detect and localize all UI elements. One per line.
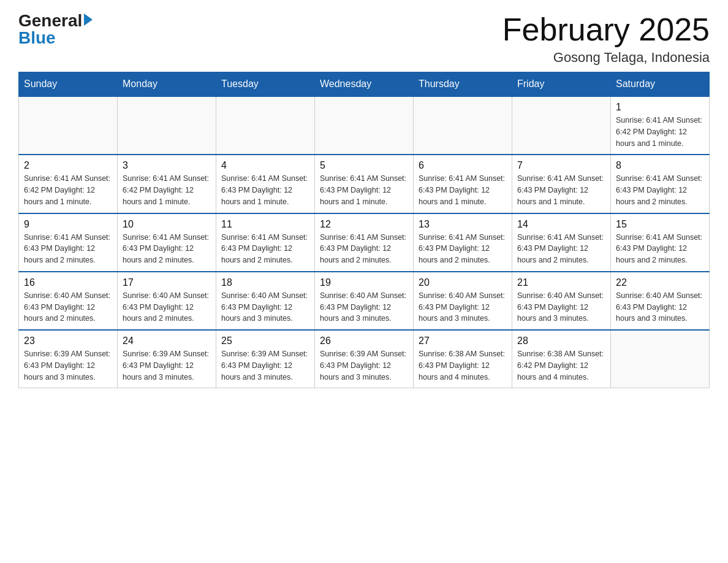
day-number: 21 xyxy=(517,277,605,288)
header-friday: Friday xyxy=(512,72,611,97)
day-info: Sunrise: 6:41 AM Sunset: 6:43 PM Dayligh… xyxy=(616,232,704,266)
day-info: Sunrise: 6:39 AM Sunset: 6:43 PM Dayligh… xyxy=(221,348,309,383)
day-info: Sunrise: 6:39 AM Sunset: 6:43 PM Dayligh… xyxy=(123,348,211,383)
day-number: 8 xyxy=(616,160,704,171)
logo-general-text: General xyxy=(18,12,82,29)
day-info: Sunrise: 6:41 AM Sunset: 6:43 PM Dayligh… xyxy=(419,232,507,266)
calendar-week-row: 2Sunrise: 6:41 AM Sunset: 6:42 PM Daylig… xyxy=(19,155,710,213)
header-sunday: Sunday xyxy=(19,72,118,97)
day-number: 15 xyxy=(616,219,704,230)
day-info: Sunrise: 6:39 AM Sunset: 6:43 PM Dayligh… xyxy=(320,348,408,383)
table-row: 18Sunrise: 6:40 AM Sunset: 6:43 PM Dayli… xyxy=(216,272,315,330)
day-number: 9 xyxy=(24,219,112,230)
header-wednesday: Wednesday xyxy=(315,72,414,97)
day-number: 24 xyxy=(123,335,211,347)
table-row: 22Sunrise: 6:40 AM Sunset: 6:43 PM Dayli… xyxy=(611,272,710,330)
calendar-table: Sunday Monday Tuesday Wednesday Thursday… xyxy=(18,72,710,388)
table-row: 23Sunrise: 6:39 AM Sunset: 6:43 PM Dayli… xyxy=(19,330,118,388)
day-number: 12 xyxy=(320,219,408,230)
day-number: 6 xyxy=(419,160,507,171)
day-info: Sunrise: 6:40 AM Sunset: 6:43 PM Dayligh… xyxy=(123,290,211,324)
header-tuesday: Tuesday xyxy=(216,72,315,97)
day-number: 3 xyxy=(123,160,211,171)
table-row xyxy=(216,96,315,155)
table-row: 21Sunrise: 6:40 AM Sunset: 6:43 PM Dayli… xyxy=(512,272,611,330)
day-number: 28 xyxy=(517,335,605,347)
logo: General Blue xyxy=(18,12,93,47)
table-row xyxy=(315,96,414,155)
calendar-week-row: 9Sunrise: 6:41 AM Sunset: 6:43 PM Daylig… xyxy=(19,213,710,272)
table-row xyxy=(512,96,611,155)
day-info: Sunrise: 6:41 AM Sunset: 6:43 PM Dayligh… xyxy=(24,232,112,266)
page-header: General Blue February 2025 Gosong Telaga… xyxy=(18,12,710,66)
table-row xyxy=(19,96,118,155)
table-row: 2Sunrise: 6:41 AM Sunset: 6:42 PM Daylig… xyxy=(19,155,118,213)
day-number: 25 xyxy=(221,335,309,347)
day-info: Sunrise: 6:40 AM Sunset: 6:43 PM Dayligh… xyxy=(320,290,408,324)
day-info: Sunrise: 6:40 AM Sunset: 6:43 PM Dayligh… xyxy=(24,290,112,324)
month-title: February 2025 xyxy=(502,12,710,47)
table-row xyxy=(414,96,512,155)
table-row: 15Sunrise: 6:41 AM Sunset: 6:43 PM Dayli… xyxy=(611,213,710,272)
table-row: 12Sunrise: 6:41 AM Sunset: 6:43 PM Dayli… xyxy=(315,213,414,272)
location-subtitle: Gosong Telaga, Indonesia xyxy=(502,50,710,66)
title-block: February 2025 Gosong Telaga, Indonesia xyxy=(502,12,710,66)
day-number: 23 xyxy=(24,335,112,347)
table-row: 28Sunrise: 6:38 AM Sunset: 6:42 PM Dayli… xyxy=(512,330,611,388)
day-info: Sunrise: 6:41 AM Sunset: 6:43 PM Dayligh… xyxy=(320,232,408,266)
day-number: 22 xyxy=(616,277,704,288)
table-row: 13Sunrise: 6:41 AM Sunset: 6:43 PM Dayli… xyxy=(414,213,512,272)
day-info: Sunrise: 6:41 AM Sunset: 6:43 PM Dayligh… xyxy=(123,232,211,266)
day-number: 27 xyxy=(419,335,507,347)
day-number: 5 xyxy=(320,160,408,171)
table-row: 25Sunrise: 6:39 AM Sunset: 6:43 PM Dayli… xyxy=(216,330,315,388)
table-row: 10Sunrise: 6:41 AM Sunset: 6:43 PM Dayli… xyxy=(118,213,216,272)
day-number: 13 xyxy=(419,219,507,230)
day-info: Sunrise: 6:40 AM Sunset: 6:43 PM Dayligh… xyxy=(419,290,507,324)
day-info: Sunrise: 6:39 AM Sunset: 6:43 PM Dayligh… xyxy=(24,348,112,383)
day-info: Sunrise: 6:40 AM Sunset: 6:43 PM Dayligh… xyxy=(517,290,605,324)
day-number: 26 xyxy=(320,335,408,347)
day-info: Sunrise: 6:40 AM Sunset: 6:43 PM Dayligh… xyxy=(221,290,309,324)
day-number: 10 xyxy=(123,219,211,230)
table-row: 14Sunrise: 6:41 AM Sunset: 6:43 PM Dayli… xyxy=(512,213,611,272)
day-info: Sunrise: 6:41 AM Sunset: 6:43 PM Dayligh… xyxy=(616,173,704,207)
table-row: 4Sunrise: 6:41 AM Sunset: 6:43 PM Daylig… xyxy=(216,155,315,213)
day-info: Sunrise: 6:41 AM Sunset: 6:43 PM Dayligh… xyxy=(320,173,408,207)
day-info: Sunrise: 6:40 AM Sunset: 6:43 PM Dayligh… xyxy=(616,290,704,324)
logo-arrow-icon xyxy=(84,13,93,26)
day-info: Sunrise: 6:38 AM Sunset: 6:42 PM Dayligh… xyxy=(517,348,605,383)
day-number: 18 xyxy=(221,277,309,288)
day-info: Sunrise: 6:41 AM Sunset: 6:43 PM Dayligh… xyxy=(221,173,309,207)
calendar-week-row: 23Sunrise: 6:39 AM Sunset: 6:43 PM Dayli… xyxy=(19,330,710,388)
day-number: 20 xyxy=(419,277,507,288)
table-row: 26Sunrise: 6:39 AM Sunset: 6:43 PM Dayli… xyxy=(315,330,414,388)
day-info: Sunrise: 6:41 AM Sunset: 6:43 PM Dayligh… xyxy=(517,232,605,266)
day-info: Sunrise: 6:41 AM Sunset: 6:43 PM Dayligh… xyxy=(221,232,309,266)
table-row: 3Sunrise: 6:41 AM Sunset: 6:42 PM Daylig… xyxy=(118,155,216,213)
day-info: Sunrise: 6:41 AM Sunset: 6:43 PM Dayligh… xyxy=(517,173,605,207)
table-row: 9Sunrise: 6:41 AM Sunset: 6:43 PM Daylig… xyxy=(19,213,118,272)
day-number: 16 xyxy=(24,277,112,288)
day-info: Sunrise: 6:41 AM Sunset: 6:42 PM Dayligh… xyxy=(616,115,704,149)
calendar-header-row: Sunday Monday Tuesday Wednesday Thursday… xyxy=(19,72,710,97)
day-number: 14 xyxy=(517,219,605,230)
day-info: Sunrise: 6:41 AM Sunset: 6:42 PM Dayligh… xyxy=(123,173,211,207)
day-info: Sunrise: 6:41 AM Sunset: 6:42 PM Dayligh… xyxy=(24,173,112,207)
table-row: 27Sunrise: 6:38 AM Sunset: 6:43 PM Dayli… xyxy=(414,330,512,388)
table-row: 20Sunrise: 6:40 AM Sunset: 6:43 PM Dayli… xyxy=(414,272,512,330)
table-row: 6Sunrise: 6:41 AM Sunset: 6:43 PM Daylig… xyxy=(414,155,512,213)
table-row: 1Sunrise: 6:41 AM Sunset: 6:42 PM Daylig… xyxy=(611,96,710,155)
table-row: 11Sunrise: 6:41 AM Sunset: 6:43 PM Dayli… xyxy=(216,213,315,272)
day-number: 7 xyxy=(517,160,605,171)
day-number: 17 xyxy=(123,277,211,288)
header-saturday: Saturday xyxy=(611,72,710,97)
table-row: 5Sunrise: 6:41 AM Sunset: 6:43 PM Daylig… xyxy=(315,155,414,213)
day-number: 4 xyxy=(221,160,309,171)
calendar-week-row: 16Sunrise: 6:40 AM Sunset: 6:43 PM Dayli… xyxy=(19,272,710,330)
day-info: Sunrise: 6:41 AM Sunset: 6:43 PM Dayligh… xyxy=(419,173,507,207)
day-number: 19 xyxy=(320,277,408,288)
table-row xyxy=(611,330,710,388)
table-row: 17Sunrise: 6:40 AM Sunset: 6:43 PM Dayli… xyxy=(118,272,216,330)
day-number: 2 xyxy=(24,160,112,171)
